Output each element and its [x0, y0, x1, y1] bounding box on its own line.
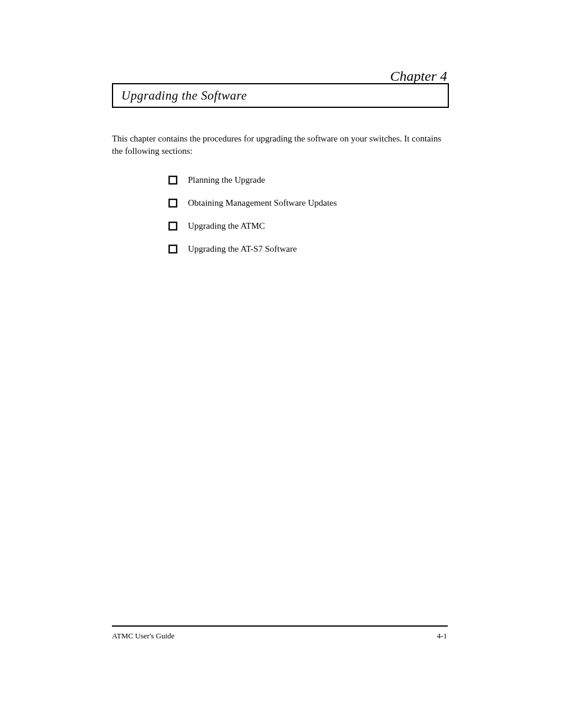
title-box: Upgrading the Software — [112, 83, 449, 108]
page-number: 4-1 — [437, 631, 447, 641]
intro-paragraph: This chapter contains the procedures for… — [112, 133, 448, 157]
list-item-label: Planning the Upgrade — [188, 175, 265, 185]
list-item-label: Upgrading the AT-S7 Software — [188, 244, 297, 254]
square-bullet-icon — [168, 199, 177, 207]
footer-left: ATMC User's Guide — [112, 631, 174, 641]
list-item: Upgrading the ATMC — [168, 221, 337, 231]
list-item-label: Obtaining Management Software Updates — [188, 198, 337, 208]
list-item: Obtaining Management Software Updates — [168, 198, 337, 208]
square-bullet-icon — [168, 176, 177, 185]
list-item: Planning the Upgrade — [168, 175, 337, 185]
section-title: Upgrading the Software — [121, 88, 247, 103]
bullet-list: Planning the Upgrade Obtaining Managemen… — [168, 175, 337, 267]
svg-rect-3 — [169, 245, 177, 253]
footer-divider — [112, 625, 448, 627]
square-bullet-icon — [168, 222, 177, 230]
list-item: Upgrading the AT-S7 Software — [168, 244, 337, 254]
svg-rect-1 — [169, 199, 177, 207]
svg-rect-2 — [169, 222, 177, 230]
square-bullet-icon — [168, 245, 177, 253]
svg-rect-0 — [169, 176, 177, 184]
chapter-heading: Chapter 4 — [390, 68, 447, 84]
list-item-label: Upgrading the ATMC — [188, 221, 265, 231]
